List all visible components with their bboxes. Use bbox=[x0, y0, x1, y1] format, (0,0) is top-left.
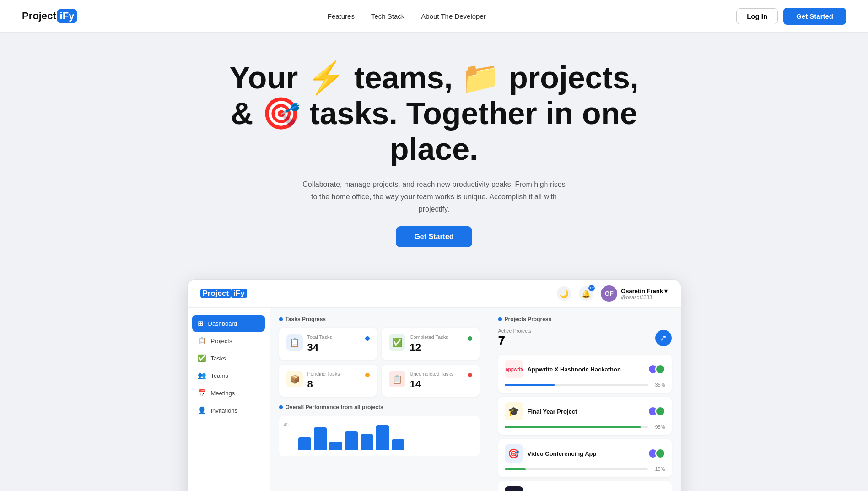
progress-bar-video bbox=[505, 468, 648, 470]
user-info[interactable]: OF Osaretin Frank ▾ @osasqt3333 bbox=[601, 285, 668, 302]
sidebar-item-meetings[interactable]: 📅 Meetings bbox=[192, 385, 265, 401]
hero-section: Your ⚡ teams, 📁 projects, & 🎯 tasks. Tog… bbox=[0, 32, 868, 266]
avatar: OF bbox=[601, 285, 617, 302]
view-all-projects-button[interactable]: ↗ bbox=[655, 330, 672, 346]
hero-text-projects: projects, bbox=[509, 60, 638, 95]
dashboard-preview: ProjectiFy 🌙 🔔 12 OF Osaretin Frank ▾ @o… bbox=[187, 279, 681, 491]
project-name-video: Video Conferencing App bbox=[528, 450, 643, 457]
moon-icon: 🌙 bbox=[560, 289, 569, 298]
login-button[interactable]: Log In bbox=[736, 8, 778, 24]
sidebar-label-dashboard: Dashboard bbox=[208, 320, 237, 327]
main-content: Tasks Progress 📋 Total Tasks 34 bbox=[270, 308, 489, 491]
chart-bar-7 bbox=[392, 439, 404, 450]
pending-tasks-icon: 📦 bbox=[286, 371, 303, 387]
nav-actions: Log In Get Started bbox=[736, 8, 846, 25]
user-name: Osaretin Frank ▾ bbox=[621, 288, 668, 295]
logo-highlight: iFy bbox=[57, 9, 77, 23]
mini-avatar bbox=[655, 364, 665, 374]
nav-links: Features Tech Stack About The Developer bbox=[328, 12, 486, 20]
uncompleted-tasks-value: 14 bbox=[410, 378, 454, 390]
dashboard-topbar: ProjectiFy 🌙 🔔 12 OF Osaretin Frank ▾ @o… bbox=[188, 280, 681, 308]
pending-tasks-label: Pending Tasks bbox=[307, 371, 340, 376]
progress-fill-video bbox=[505, 468, 526, 470]
target-emoji: 🎯 bbox=[262, 96, 301, 131]
project-item-appwrite: ●appwrite Appwrite X Hashnode Hackathon … bbox=[498, 355, 672, 393]
progress-pct-video: 15% bbox=[652, 466, 665, 472]
stat-completed-tasks: ✅ Completed Tasks 12 bbox=[382, 328, 480, 360]
hero-text-tasks: tasks. Together in one place. bbox=[309, 96, 637, 166]
total-tasks-value: 34 bbox=[307, 342, 332, 354]
pending-tasks-dot bbox=[365, 373, 370, 377]
sidebar-label-tasks: Tasks bbox=[211, 355, 226, 362]
notification-badge: 12 bbox=[588, 285, 595, 291]
chart-bar-4 bbox=[345, 431, 358, 450]
pending-tasks-value: 8 bbox=[307, 378, 340, 390]
logo-text: Project bbox=[22, 10, 56, 22]
progress-fill-appwrite bbox=[505, 384, 555, 386]
sidebar-item-invitations[interactable]: 👤 Invitations bbox=[192, 402, 265, 419]
active-projects-label: Active Projects bbox=[498, 328, 532, 333]
stat-pending-tasks: 📦 Pending Tasks 8 bbox=[279, 365, 377, 397]
project-thumb-video: 🎯 bbox=[505, 444, 523, 463]
sidebar-label-projects: Projects bbox=[211, 338, 232, 344]
project-thumb-appwrite: ●appwrite bbox=[505, 360, 523, 378]
dashboard-icon: ⊞ bbox=[198, 319, 204, 327]
chart-bar-1 bbox=[298, 437, 311, 450]
chart-bar-2 bbox=[314, 427, 327, 450]
user-details: Osaretin Frank ▾ @osasqt3333 bbox=[621, 288, 668, 300]
project-thumb-final-year: 🎓 bbox=[505, 402, 523, 420]
hero-text-amp: & bbox=[231, 96, 262, 131]
project-name-final-year: Final Year Project bbox=[528, 408, 643, 415]
hero-text-your: Your bbox=[229, 60, 307, 95]
theme-toggle[interactable]: 🌙 bbox=[557, 286, 571, 301]
completed-tasks-icon: ✅ bbox=[389, 334, 405, 351]
sidebar-item-teams[interactable]: 👥 Teams bbox=[192, 367, 265, 384]
stats-grid: 📋 Total Tasks 34 ✅ Completed Tasks bbox=[279, 328, 480, 397]
total-tasks-dot bbox=[365, 336, 370, 341]
sidebar-item-projects[interactable]: 📋 Projects bbox=[192, 333, 265, 349]
dashboard-logo-highlight: iFy bbox=[231, 289, 247, 298]
chart-bar-6 bbox=[376, 425, 389, 450]
right-panel: Projects Progress Active Projects 7 ↗ ●a… bbox=[489, 308, 681, 491]
notifications-button[interactable]: 🔔 12 bbox=[579, 286, 593, 301]
total-tasks-label: Total Tasks bbox=[307, 334, 332, 340]
project-avatars-appwrite bbox=[648, 364, 665, 374]
performance-chart: 40 bbox=[279, 416, 480, 456]
completed-tasks-label: Completed Tasks bbox=[410, 334, 448, 340]
performance-section: Overall Performance from all projects 40 bbox=[279, 404, 480, 456]
nav-about[interactable]: About The Developer bbox=[421, 12, 485, 20]
nav-tech-stack[interactable]: Tech Stack bbox=[371, 12, 404, 20]
appwrite-logo: ●appwrite bbox=[505, 367, 523, 372]
get-started-button-hero[interactable]: Get Started bbox=[396, 226, 472, 247]
invitations-icon: 👤 bbox=[198, 406, 206, 415]
chart-bar-5 bbox=[361, 434, 373, 450]
active-projects-count: 7 bbox=[498, 333, 532, 348]
logo[interactable]: ProjectiFy bbox=[22, 9, 77, 23]
get-started-button-nav[interactable]: Get Started bbox=[783, 8, 846, 25]
project-item-video: 🎯 Video Conferencing App 15% bbox=[498, 439, 672, 477]
sidebar-item-dashboard[interactable]: ⊞ Dashboard bbox=[192, 315, 265, 332]
mini-avatar bbox=[655, 406, 665, 416]
progress-fill-final-year bbox=[505, 426, 641, 428]
projects-icon: 📋 bbox=[198, 337, 206, 345]
hero-text-teams: teams, bbox=[354, 60, 461, 95]
folder-emoji: 📁 bbox=[461, 60, 500, 95]
sidebar: ⊞ Dashboard 📋 Projects ✅ Tasks 👥 Teams 📅… bbox=[188, 308, 270, 491]
progress-pct-appwrite: 35% bbox=[652, 382, 665, 387]
stat-uncompleted-tasks: 📋 Uncompleted Tasks 14 bbox=[382, 365, 480, 397]
meetings-icon: 📅 bbox=[198, 389, 206, 397]
user-handle: @osasqt3333 bbox=[621, 295, 668, 300]
hero-subtext: Collaborate, manage projects, and reach … bbox=[302, 178, 567, 216]
uncompleted-tasks-icon: 📋 bbox=[389, 371, 405, 387]
dashboard-logo: ProjectiFy bbox=[200, 289, 247, 298]
sidebar-item-tasks[interactable]: ✅ Tasks bbox=[192, 350, 265, 366]
sidebar-label-invitations: Invitations bbox=[211, 407, 238, 414]
stat-total-tasks: 📋 Total Tasks 34 bbox=[279, 328, 377, 360]
hero-headline: Your ⚡ teams, 📁 projects, & 🎯 tasks. Tog… bbox=[228, 60, 640, 167]
progress-bar-final-year bbox=[505, 426, 648, 428]
nav-features[interactable]: Features bbox=[328, 12, 355, 20]
progress-pct-final-year: 95% bbox=[652, 424, 665, 430]
perf-section-label: Overall Performance from all projects bbox=[279, 404, 480, 410]
navbar: ProjectiFy Features Tech Stack About The… bbox=[0, 0, 868, 32]
project-avatars-final-year bbox=[648, 406, 665, 416]
